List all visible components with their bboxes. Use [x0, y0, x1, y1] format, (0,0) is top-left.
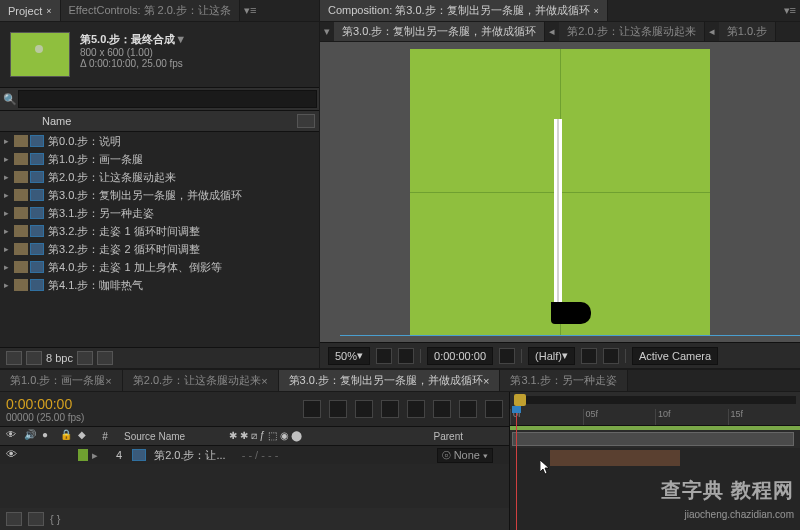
timeline-tab[interactable]: 第1.0.步：画一条腿 ×: [0, 370, 123, 391]
list-item[interactable]: ▸第3.0.步：复制出另一条腿，并做成循环: [0, 186, 319, 204]
list-item[interactable]: ▸第3.2.步：走姿 2 循环时间调整: [0, 240, 319, 258]
panel-menu-icon[interactable]: ▾≡: [240, 4, 260, 17]
search-icon[interactable]: [303, 400, 321, 418]
solo-icon[interactable]: ●: [42, 429, 56, 443]
brainstorm-icon[interactable]: [459, 400, 477, 418]
snapshot-icon[interactable]: [499, 348, 515, 364]
flowchart-icon[interactable]: ▾: [320, 25, 334, 38]
grid-icon[interactable]: [376, 348, 392, 364]
disclosure-icon[interactable]: ▸: [4, 244, 14, 254]
list-item[interactable]: ▸第1.0.步：画一条腿: [0, 150, 319, 168]
viewer-tab[interactable]: 第3.0.步：复制出另一条腿，并做成循环: [334, 22, 545, 41]
source-column[interactable]: Source Name: [124, 431, 185, 442]
composition-viewer[interactable]: [320, 42, 800, 342]
draft-3d-icon[interactable]: [485, 400, 503, 418]
shape-leg[interactable]: [554, 119, 562, 311]
viewer-tab[interactable]: 第1.0.步: [719, 22, 776, 41]
shy-icon[interactable]: [355, 400, 373, 418]
layer-switches[interactable]: - - / - - -: [242, 449, 279, 461]
layer-duration-bar[interactable]: [512, 432, 794, 446]
disclosure-icon[interactable]: ▸: [4, 190, 14, 200]
tick-label: 10f: [655, 409, 728, 425]
eye-icon[interactable]: 👁: [6, 429, 20, 443]
layer-expanded-content[interactable]: [550, 450, 680, 466]
playhead[interactable]: [516, 410, 517, 530]
layer-row[interactable]: 👁 ▸ 4 第2.0.步：让... - - / - - - ⦾ None ▾: [0, 446, 509, 464]
expand-icon[interactable]: { }: [50, 513, 60, 525]
tab-effect-controls[interactable]: EffectControls: 第 2.0.步：让这条: [61, 0, 240, 21]
interpret-icon[interactable]: [6, 351, 22, 365]
list-item[interactable]: ▸第0.0.步：说明: [0, 132, 319, 150]
project-footer: 8 bpc: [0, 347, 319, 368]
timeline-tab[interactable]: 第2.0.步：让这条腿动起来 ×: [123, 370, 279, 391]
comp-info: 第5.0.步：最终合成▼ 800 x 600 (1.00) Δ 0:00:10:…: [80, 32, 186, 77]
tab-close-icon[interactable]: ×: [46, 6, 51, 16]
list-item[interactable]: ▸第4.1.步：咖啡热气: [0, 276, 319, 294]
timeline-tab[interactable]: 第3.1.步：另一种走姿: [500, 370, 627, 391]
disclosure-icon[interactable]: ▸: [4, 208, 14, 218]
time-navigator-start[interactable]: [514, 394, 526, 406]
list-item[interactable]: ▸第2.0.步：让这条腿动起来: [0, 168, 319, 186]
parent-dropdown[interactable]: ⦾ None ▾: [437, 448, 493, 463]
layer-name[interactable]: 第2.0.步：让...: [154, 448, 226, 463]
viewer-tab[interactable]: 第2.0.步：让这条腿动起来: [559, 22, 704, 41]
disclosure-icon[interactable]: ▸: [4, 136, 14, 146]
dropdown-icon[interactable]: ▼: [175, 33, 186, 45]
disclosure-icon[interactable]: ▸: [4, 280, 14, 290]
tab-project[interactable]: Project×: [0, 0, 61, 21]
list-item[interactable]: ▸第4.0.步：走姿 1 加上身体、倒影等: [0, 258, 319, 276]
search-icon[interactable]: 🔍: [2, 93, 18, 106]
watermark: 查字典 教程网: [661, 477, 794, 504]
zoom-dropdown[interactable]: 50% ▾: [328, 347, 370, 365]
disclosure-icon[interactable]: ▸: [4, 172, 14, 182]
resolution-dropdown[interactable]: (Half) ▾: [528, 347, 575, 365]
composition-icon: [30, 153, 44, 165]
new-comp-icon[interactable]: [77, 351, 93, 365]
column-header[interactable]: Name: [0, 111, 319, 132]
camera-dropdown[interactable]: Active Camera: [632, 347, 718, 365]
tab-composition[interactable]: Composition: 第3.0.步：复制出另一条腿，并做成循环×: [320, 0, 608, 21]
trash-icon[interactable]: [97, 351, 113, 365]
canvas[interactable]: [410, 49, 710, 335]
comp-mini-icon[interactable]: [329, 400, 347, 418]
chevron-left-icon[interactable]: ◂: [705, 25, 719, 38]
timeline-tabs: 第1.0.步：画一条腿 × 第2.0.步：让这条腿动起来 × 第3.0.步：复制…: [0, 370, 800, 392]
timeline-tab[interactable]: 第3.0.步：复制出另一条腿，并做成循环 ×: [279, 370, 501, 391]
folder-icon: [14, 189, 28, 201]
bpc-label[interactable]: 8 bpc: [46, 352, 73, 364]
tab-close-icon[interactable]: ×: [594, 6, 599, 16]
project-panel: Project× EffectControls: 第 2.0.步：让这条 ▾≡ …: [0, 0, 320, 368]
lock-icon[interactable]: 🔒: [60, 429, 74, 443]
comp-thumbnail[interactable]: [10, 32, 70, 77]
layer-label-color[interactable]: [78, 449, 88, 461]
transparency-icon[interactable]: [581, 348, 597, 364]
roi-icon[interactable]: [603, 348, 619, 364]
item-label: 第3.2.步：走姿 2 循环时间调整: [48, 242, 200, 257]
comp-dimensions: 800 x 600 (1.00): [80, 47, 186, 58]
label-icon[interactable]: [297, 114, 315, 128]
toggle-switches-icon[interactable]: [6, 512, 22, 526]
disclosure-icon[interactable]: ▸: [4, 226, 14, 236]
list-item[interactable]: ▸第3.1.步：另一种走姿: [0, 204, 319, 222]
toggle-modes-icon[interactable]: [28, 512, 44, 526]
motion-blur-icon[interactable]: [407, 400, 425, 418]
time-ruler[interactable]: 0f 05f 10f 15f: [510, 392, 800, 426]
mask-toggle-icon[interactable]: [398, 348, 414, 364]
speaker-icon[interactable]: 🔊: [24, 429, 38, 443]
eye-icon[interactable]: 👁: [6, 448, 20, 462]
current-time[interactable]: 0:00:00:00: [6, 396, 84, 412]
label-icon[interactable]: ◆: [78, 429, 92, 443]
disclosure-icon[interactable]: ▸: [4, 154, 14, 164]
panel-menu-icon[interactable]: ▾≡: [780, 4, 800, 17]
search-input[interactable]: [18, 90, 317, 108]
disclosure-icon[interactable]: ▸: [4, 262, 14, 272]
time-display[interactable]: 0:00:00:00: [427, 347, 493, 365]
guide-horizontal[interactable]: [340, 335, 800, 336]
disclosure-icon[interactable]: ▸: [92, 449, 98, 462]
chevron-left-icon[interactable]: ◂: [545, 25, 559, 38]
graph-editor-icon[interactable]: [433, 400, 451, 418]
frame-blend-icon[interactable]: [381, 400, 399, 418]
shape-foot[interactable]: [551, 302, 591, 324]
list-item[interactable]: ▸第3.2.步：走姿 1 循环时间调整: [0, 222, 319, 240]
new-folder-icon[interactable]: [26, 351, 42, 365]
